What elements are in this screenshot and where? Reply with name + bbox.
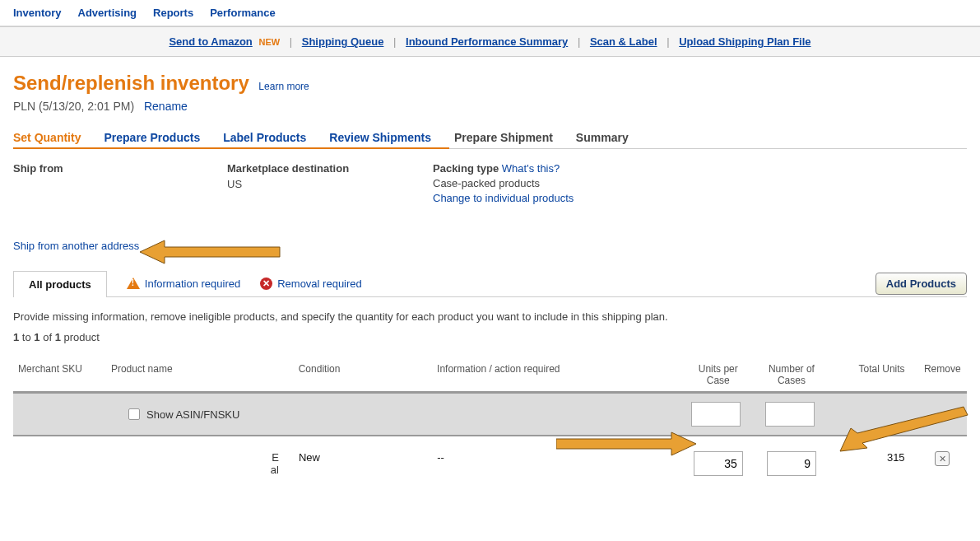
header-units-per-case-input[interactable] xyxy=(691,402,741,427)
remove-button[interactable]: ✕ xyxy=(935,451,950,466)
rename-link[interactable]: Rename xyxy=(144,100,188,113)
header-info: Information / action required xyxy=(437,363,681,386)
page-title: Send/replenish inventory xyxy=(13,72,249,95)
cell-total-units: 315 xyxy=(829,451,918,464)
subnav-inbound-performance[interactable]: Inbound Performance Summary xyxy=(406,35,568,48)
divider: | xyxy=(666,35,669,48)
header-remove: Remove xyxy=(918,363,967,386)
cell-condition: New xyxy=(299,451,437,464)
marketplace-label: Marketplace destination xyxy=(227,162,383,175)
tab-label-products[interactable]: Label Products xyxy=(223,131,306,149)
instructions-text: Provide missing information, remove inel… xyxy=(13,310,967,323)
tab-underline xyxy=(13,147,967,149)
checkbox-icon xyxy=(128,408,140,420)
products-table: Merchant SKU Product name Condition Info… xyxy=(13,358,967,476)
header-number-of-cases-input[interactable] xyxy=(765,402,815,427)
header-sku: Merchant SKU xyxy=(13,363,111,386)
cell-name: E al xyxy=(111,451,299,476)
ship-from-label: Ship from xyxy=(13,162,178,175)
top-nav: Inventory Advertising Reports Performanc… xyxy=(0,0,980,26)
tab-prepare-products[interactable]: Prepare Products xyxy=(104,131,200,149)
cell-info: -- xyxy=(437,451,681,464)
learn-more-link[interactable]: Learn more xyxy=(258,81,309,92)
ship-from-another-link[interactable]: Ship from another address xyxy=(13,240,967,252)
whats-this-link[interactable]: What's this? xyxy=(502,162,560,175)
table-header: Merchant SKU Product name Condition Info… xyxy=(13,358,967,391)
show-asin-checkbox[interactable]: Show ASIN/FNSKU xyxy=(128,408,239,421)
filter-tabs-wrapper: All products Information required ✕ Remo… xyxy=(13,270,967,296)
subnav-shipping-queue[interactable]: Shipping Queue xyxy=(302,35,384,48)
divider: | xyxy=(393,35,396,48)
new-badge: NEW xyxy=(258,37,280,47)
divider: | xyxy=(290,35,292,48)
units-per-case-input[interactable] xyxy=(694,451,743,476)
subnav-send-to-amazon[interactable]: Send to Amazon xyxy=(169,35,252,48)
packing-value: Case-packed products xyxy=(433,177,574,189)
show-asin-label: Show ASIN/FNSKU xyxy=(146,408,239,421)
tab-summary: Summary xyxy=(576,131,629,149)
tab-review-shipments[interactable]: Review Shipments xyxy=(329,131,431,149)
workflow-tabs: Set Quantity Prepare Products Label Prod… xyxy=(13,131,967,149)
info-section: Ship from Marketplace destination US Pac… xyxy=(13,162,967,207)
filter-removal-required-label: Removal required xyxy=(277,277,362,290)
plan-label: PLN (5/13/20, 2:01 PM) xyxy=(13,100,134,113)
header-number-of-cases: Number of Cases xyxy=(755,363,828,386)
header-units-per-case: Units per Case xyxy=(681,363,755,386)
nav-advertising[interactable]: Advertising xyxy=(78,7,137,19)
add-products-button[interactable]: Add Products xyxy=(875,273,967,295)
header-name: Product name xyxy=(111,363,299,386)
change-packing-link[interactable]: Change to individual products xyxy=(433,192,574,204)
plan-row: PLN (5/13/20, 2:01 PM) Rename xyxy=(13,100,967,113)
table-row: E al New -- 315 ✕ xyxy=(13,436,967,476)
product-count: 1 to 1 of 1 product xyxy=(13,331,967,343)
number-of-cases-input[interactable] xyxy=(767,451,816,476)
main-content: Send/replenish inventory Learn more PLN … xyxy=(0,57,980,476)
filter-info-required-label: Information required xyxy=(145,277,240,290)
nav-reports[interactable]: Reports xyxy=(153,7,193,19)
tab-border xyxy=(13,296,967,297)
header-total-units: Total Units xyxy=(828,363,917,386)
filter-removal-required[interactable]: ✕ Removal required xyxy=(260,277,362,290)
tab-prepare-shipment: Prepare Shipment xyxy=(454,131,553,149)
nav-inventory[interactable]: Inventory xyxy=(13,7,62,19)
filter-tabs: All products Information required ✕ Remo… xyxy=(13,270,362,296)
subnav-bar: Send to Amazon NEW | Shipping Queue | In… xyxy=(0,26,980,57)
marketplace-value: US xyxy=(227,178,383,190)
filter-all-products[interactable]: All products xyxy=(13,271,107,297)
subnav-scan-label[interactable]: Scan & Label xyxy=(590,35,657,48)
header-condition: Condition xyxy=(299,363,437,386)
divider: | xyxy=(578,35,580,48)
nav-performance[interactable]: Performance xyxy=(210,7,275,19)
warning-icon xyxy=(127,277,140,289)
subnav-upload-plan[interactable]: Upload Shipping Plan File xyxy=(679,35,810,48)
packing-type-label: Packing type xyxy=(433,162,499,175)
filter-info-required[interactable]: Information required xyxy=(127,277,240,290)
asin-fnsku-row: Show ASIN/FNSKU xyxy=(13,391,967,436)
error-icon: ✕ xyxy=(260,277,272,290)
tab-set-quantity[interactable]: Set Quantity xyxy=(13,131,81,149)
